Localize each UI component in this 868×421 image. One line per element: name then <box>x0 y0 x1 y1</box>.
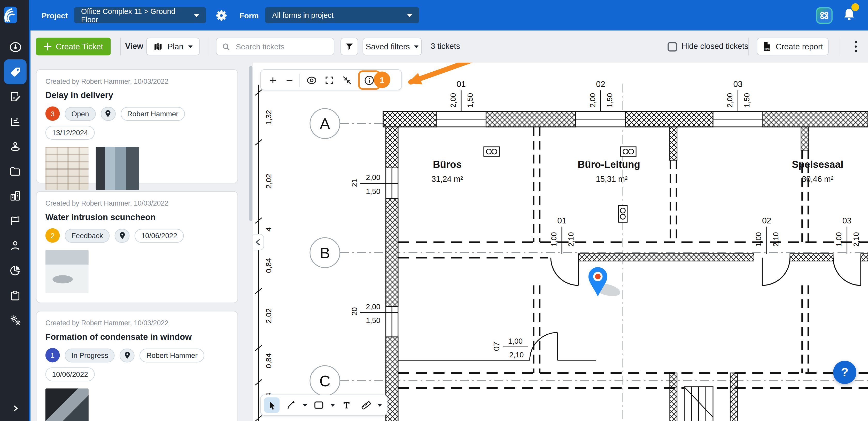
sidebar-item-users[interactable] <box>0 234 30 256</box>
sidebar-item-settings[interactable] <box>0 309 30 332</box>
project-settings-button[interactable] <box>216 10 227 21</box>
assignee-pill: Robert Hammer <box>121 107 185 121</box>
pie-chart-icon <box>9 264 22 277</box>
ticket-card[interactable]: Created by Robert Hammer, 10/03/2022 For… <box>36 311 238 421</box>
fullscreen-button[interactable] <box>322 73 337 88</box>
assignee-pill: Robert Hammer <box>140 348 204 362</box>
more-options-button[interactable] <box>848 39 863 54</box>
svg-text:03: 03 <box>734 79 743 89</box>
shape-options-caret[interactable] <box>331 404 335 406</box>
ruler-icon <box>361 400 371 411</box>
sidebar-item-site-positions[interactable] <box>0 135 30 158</box>
funnel-icon <box>345 42 354 51</box>
sidebar-item-tickets[interactable] <box>4 59 27 84</box>
view-dropdown[interactable]: Plan <box>146 38 200 56</box>
location-pin-icon <box>105 110 112 117</box>
sidebar-item-projects[interactable] <box>0 185 30 207</box>
notification-dot <box>851 3 859 11</box>
svg-text:01: 01 <box>457 79 466 89</box>
ticket-photo-thumbnail[interactable] <box>96 147 139 190</box>
pen-options-caret[interactable] <box>303 404 307 406</box>
search-input[interactable] <box>235 41 323 52</box>
pen-tool-button[interactable] <box>283 397 299 413</box>
card-title: Delay in delivery <box>45 90 228 100</box>
map-pin-icon <box>154 42 163 51</box>
svg-text:C: C <box>319 372 331 390</box>
plan-viewport[interactable]: 1,32 2,02 4 0,84 2,02 0,84 0,84 A B C <box>253 63 868 421</box>
svg-text:1,32: 1,32 <box>264 110 273 125</box>
project-dropdown-value: Office Complex 11 > Ground Floor <box>81 7 189 24</box>
help-button[interactable]: ? <box>833 361 857 384</box>
project-dropdown[interactable]: Office Complex 11 > Ground Floor <box>74 7 206 23</box>
notifications-button[interactable] <box>842 7 856 24</box>
planradar-logo-icon <box>4 7 17 23</box>
hide-closed-checkbox[interactable] <box>668 42 677 52</box>
divider <box>120 38 121 56</box>
status-badge: In Progress <box>65 348 115 362</box>
connect-app-button[interactable] <box>816 7 833 24</box>
search-tickets-field[interactable] <box>216 38 335 56</box>
due-date-pill: 13/12/2024 <box>45 126 95 140</box>
sidebar-item-dashboard[interactable] <box>0 36 30 58</box>
toggle-visibility-button[interactable] <box>304 73 319 88</box>
hide-closed-label: Hide closed tickets <box>681 41 748 50</box>
ticket-photo-thumbnail[interactable] <box>45 250 89 293</box>
scrollbar-thumb[interactable] <box>249 66 252 221</box>
sidebar-item-forms[interactable] <box>0 85 30 108</box>
kebab-icon <box>855 41 857 44</box>
top-bar: Project Office Complex 11 > Ground Floor… <box>30 0 868 30</box>
view-dropdown-value: Plan <box>167 42 183 51</box>
text-tool-button[interactable] <box>339 397 354 413</box>
measure-tool-button[interactable] <box>358 397 374 413</box>
zoom-in-button[interactable] <box>265 73 281 88</box>
ticket-card[interactable]: Created by Robert Hammer, 10/03/2022 Wat… <box>36 191 238 303</box>
svg-text:Büros: Büros <box>433 159 462 170</box>
svg-text:2,10: 2,10 <box>567 232 575 247</box>
floor-plan[interactable]: 1,32 2,02 4 0,84 2,02 0,84 0,84 A B C <box>253 63 868 421</box>
svg-text:03: 03 <box>842 216 852 225</box>
select-tool-button[interactable] <box>264 397 280 413</box>
eye-icon <box>306 75 317 86</box>
sidebar-item-documents[interactable] <box>0 160 30 182</box>
svg-text:2,00: 2,00 <box>366 303 380 311</box>
filter-button[interactable] <box>340 38 358 56</box>
svg-text:1,50: 1,50 <box>466 93 474 108</box>
svg-text:02: 02 <box>762 216 771 225</box>
zoom-out-button[interactable] <box>282 73 297 88</box>
dashboard-icon <box>8 40 22 54</box>
chevron-down-icon <box>414 45 419 48</box>
app-logo[interactable] <box>4 7 17 23</box>
document-pencil-icon <box>9 90 22 103</box>
sidebar-item-statistics[interactable] <box>0 110 30 132</box>
create-ticket-button[interactable]: Create Ticket <box>36 38 111 56</box>
annotation-toolbar <box>260 395 388 416</box>
svg-text:2,02: 2,02 <box>264 174 273 189</box>
saved-filters-dropdown[interactable]: Saved filters <box>363 38 422 56</box>
sidebar-item-reports-pie[interactable] <box>0 259 30 282</box>
sidebar-item-flags[interactable] <box>0 209 30 232</box>
create-report-button[interactable]: PDF Create report <box>757 38 829 56</box>
tag-icon <box>8 65 22 78</box>
priority-badge: 3 <box>45 106 60 121</box>
form-dropdown[interactable]: All forms in project <box>265 7 419 23</box>
ticket-photo-thumbnail[interactable] <box>45 388 89 421</box>
svg-text:4: 4 <box>264 227 273 232</box>
ticket-photo-thumbnail[interactable] <box>45 147 89 190</box>
user-icon <box>9 239 22 252</box>
chevron-down-icon <box>194 14 199 17</box>
svg-text:2,00: 2,00 <box>449 93 457 108</box>
sidebar-expand-button[interactable] <box>0 397 30 419</box>
svg-text:21: 21 <box>350 179 359 187</box>
measure-options-caret[interactable] <box>377 404 382 406</box>
due-date-pill: 10/06/2022 <box>45 367 95 382</box>
app-window: Project Office Complex 11 > Ground Floor… <box>0 0 868 421</box>
card-created-meta: Created by Robert Hammer, 10/03/2022 <box>45 78 228 85</box>
card-title: Formation of condensate in window <box>45 332 228 342</box>
status-badge: Open <box>65 107 96 121</box>
shape-tool-button[interactable] <box>311 397 327 413</box>
fit-to-screen-button[interactable] <box>339 73 355 88</box>
ticket-card[interactable]: Created by Robert Hammer, 10/03/2022 Del… <box>36 69 238 184</box>
sidebar-item-tasks[interactable] <box>0 284 30 306</box>
collapse-icon <box>342 75 352 85</box>
collapse-panel-button[interactable] <box>253 234 264 250</box>
